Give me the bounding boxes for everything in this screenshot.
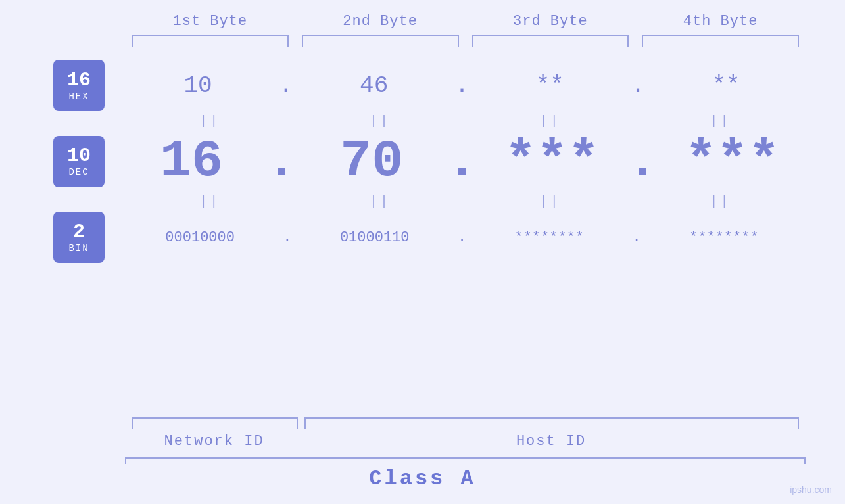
class-label: Class A [369, 467, 475, 491]
network-bracket [132, 417, 298, 429]
hex-label: 16 HEX [39, 60, 118, 111]
dec-label-box: 10 DEC [53, 136, 105, 187]
bracket-byte1 [132, 35, 289, 47]
hex-b1: 10 [118, 72, 278, 99]
sep2: || || || || [39, 194, 806, 209]
hex-values: 10 . 46 . ** . ** [118, 72, 806, 99]
dec-row: 10 DEC 16 . 70 . *** . *** [39, 131, 806, 191]
hex-b3: ** [470, 72, 629, 99]
dec-b1: 16 [118, 131, 264, 191]
host-bracket [304, 417, 799, 429]
sep1-b2: || [295, 114, 466, 129]
hex-b2: 46 [295, 72, 454, 99]
bin-row: 2 BIN 00010000 . 01000110 . ******** . * [39, 212, 806, 263]
bin-b4: ******** [642, 229, 806, 246]
hex-b4: ** [646, 72, 806, 99]
byte4-header: 4th Byte [635, 13, 806, 30]
bin-b2: 01000110 [293, 229, 456, 246]
bin-label-box: 2 BIN [53, 212, 105, 263]
dec-label: 10 DEC [39, 136, 118, 187]
top-brackets [39, 35, 806, 47]
sep2-b4: || [635, 194, 806, 209]
dec-values: 16 . 70 . *** . *** [118, 131, 806, 191]
dec-b2: 70 [299, 131, 445, 191]
sep1-b1: || [125, 114, 295, 129]
hex-row: 16 HEX 10 . 46 . ** . ** [39, 60, 806, 111]
bracket-byte2 [302, 35, 459, 47]
bracket-byte4 [642, 35, 799, 47]
sep1-b3: || [466, 114, 636, 129]
main-container: 1st Byte 2nd Byte 3rd Byte 4th Byte 16 H… [0, 0, 845, 504]
class-row: Class A [39, 467, 806, 491]
overall-bracket-container [39, 457, 806, 459]
bin-b3: ******** [468, 229, 631, 246]
overall-bracket [125, 457, 806, 459]
sep2-b2: || [295, 194, 466, 209]
byte-headers: 1st Byte 2nd Byte 3rd Byte 4th Byte [39, 13, 806, 30]
sep2-b3: || [466, 194, 636, 209]
sep1: || || || || [39, 114, 806, 129]
bin-label: 2 BIN [39, 212, 118, 263]
sep1-b4: || [635, 114, 806, 129]
bin-b1: 00010000 [118, 229, 281, 246]
bin-values: 00010000 . 01000110 . ******** . *******… [118, 229, 806, 246]
id-brackets [125, 417, 806, 429]
dec-b4: *** [660, 131, 806, 191]
byte3-header: 3rd Byte [466, 13, 636, 30]
hex-label-box: 16 HEX [53, 60, 105, 111]
id-labels: Network ID Host ID [125, 433, 806, 449]
network-id-label: Network ID [132, 433, 297, 449]
sep2-b1: || [125, 194, 295, 209]
host-id-label: Host ID [303, 433, 799, 449]
byte2-header: 2nd Byte [295, 13, 466, 30]
byte1-header: 1st Byte [125, 13, 295, 30]
watermark: ipshu.com [790, 484, 832, 495]
main-area: 16 HEX 10 . 46 . ** . ** [39, 60, 806, 412]
bracket-byte3 [472, 35, 629, 47]
dec-b3: *** [479, 131, 625, 191]
bottom-section: Network ID Host ID [39, 417, 806, 449]
